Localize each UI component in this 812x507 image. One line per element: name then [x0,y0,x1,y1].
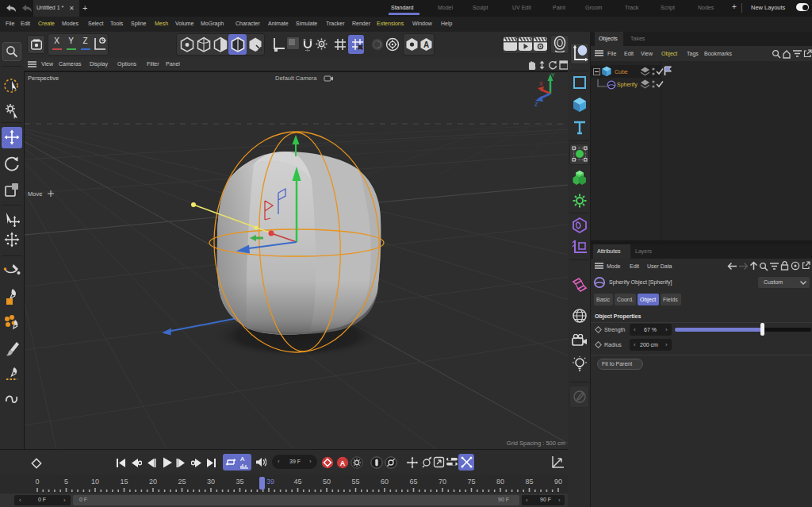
svg-text:Grid Spacing : 500 cm: Grid Spacing : 500 cm [507,440,565,447]
svg-text:Y: Y [551,72,555,78]
svg-text:Default Camera: Default Camera [275,75,317,82]
svg-text:0: 0 [35,478,39,486]
svg-text:55: 55 [351,478,359,486]
svg-text:Move: Move [28,190,42,198]
svg-text:25: 25 [178,478,186,486]
svg-text:10: 10 [91,478,99,486]
svg-text:5: 5 [64,478,68,486]
svg-text:50: 50 [323,478,331,486]
svg-text:45: 45 [293,478,301,486]
svg-text:Perspective: Perspective [28,75,59,82]
svg-text:39: 39 [266,478,274,486]
svg-text:60: 60 [381,478,389,486]
svg-text:35: 35 [236,478,243,486]
svg-text:15: 15 [120,478,128,486]
svg-text:A: A [423,40,429,49]
svg-text:80: 80 [496,478,504,486]
svg-text:90: 90 [554,478,562,486]
svg-text:65: 65 [409,478,417,486]
svg-text:20: 20 [149,478,157,486]
svg-text:75: 75 [467,478,475,486]
svg-text:A: A [340,459,346,467]
svg-text:X: X [539,81,543,86]
svg-text:Z: Z [534,102,538,107]
svg-text:30: 30 [207,478,215,486]
svg-text:85: 85 [525,478,533,486]
svg-text:70: 70 [439,478,446,486]
